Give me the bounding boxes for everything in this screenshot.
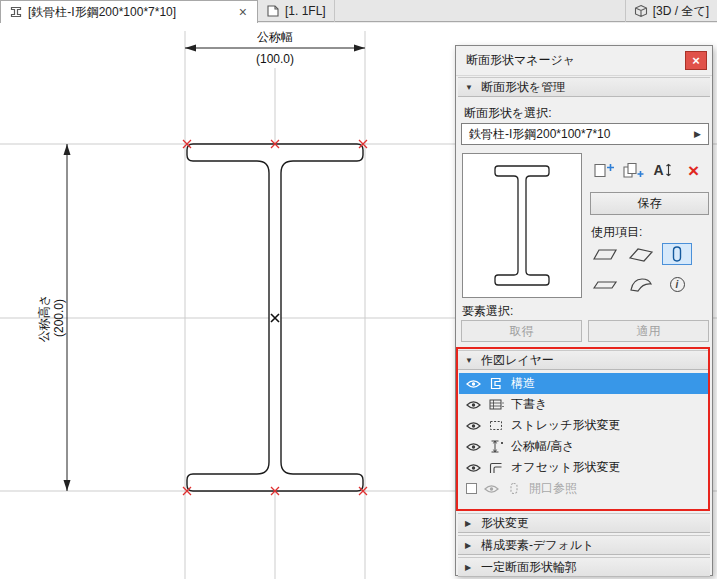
save-button[interactable]: 保存	[590, 192, 709, 215]
layer-row-opening-reference[interactable]: 開口参照	[459, 478, 709, 499]
dropdown-arrow-icon: ▶	[694, 129, 701, 139]
nominal-size-layer-icon	[488, 440, 504, 453]
width-dimension	[185, 45, 365, 52]
layer-label: 下書き	[511, 396, 547, 413]
tab-bar: [鉄骨柱-I形鋼200*100*7*10] × [1. 1FL] [3D / 全…	[0, 0, 717, 22]
used-items-label: 使用項目:	[591, 224, 642, 241]
tab-label: [1. 1FL]	[285, 4, 326, 18]
use-with-column-button[interactable]	[662, 243, 692, 265]
wall-icon	[592, 246, 618, 262]
height-dim-value: (200.0)	[52, 299, 66, 337]
new-profile-icon	[592, 161, 615, 180]
section-header-modifiers[interactable]: ▶ 形状変更	[458, 513, 710, 533]
profile-select-dropdown[interactable]: 鉄骨柱-I形鋼200*100*7*10 ▶	[461, 123, 709, 145]
selected-profile-name: 鉄骨柱-I形鋼200*100*7*10	[469, 126, 610, 143]
layer-label: 開口参照	[529, 480, 577, 497]
use-with-wall-button[interactable]	[590, 243, 620, 265]
apply-button-label: 適用	[637, 323, 661, 340]
layer-label: 構造	[511, 375, 535, 392]
layer-row-draft[interactable]: 下書き	[459, 394, 709, 415]
tab-label: [鉄骨柱-I形鋼200*100*7*10]	[28, 4, 176, 21]
palette-titlebar[interactable]: 断面形状マネージャ ×	[456, 46, 712, 76]
visibility-eye-icon[interactable]	[466, 421, 481, 431]
get-from-selection-button[interactable]: 取得	[461, 320, 582, 342]
save-button-label: 保存	[638, 195, 662, 212]
apply-to-selection-button[interactable]: 適用	[588, 320, 709, 342]
expand-triangle-icon: ▶	[465, 519, 475, 528]
tab-close-icon[interactable]: ×	[237, 5, 249, 19]
roof-icon	[628, 246, 654, 262]
use-with-roof-button[interactable]	[626, 243, 656, 265]
section-label: 一定断面形状輪郭	[481, 559, 577, 576]
section-header-drawing-layers[interactable]: ▼ 作図レイヤー	[458, 350, 710, 370]
section-header-manage[interactable]: ▼ 断面形状を管理	[458, 77, 710, 97]
get-button-label: 取得	[510, 323, 534, 340]
structure-layer-icon	[488, 377, 504, 390]
element-selection-label: 要素選択:	[462, 303, 513, 320]
section-label: 作図レイヤー	[481, 352, 554, 369]
profile-preview	[462, 153, 582, 298]
application-window: [鉄骨柱-I形鋼200*100*7*10] × [1. 1FL] [3D / 全…	[0, 0, 717, 579]
drawing-layer-list: 構造 下書き ストレッチ形状変更	[459, 373, 709, 499]
tab-profile-editor[interactable]: [鉄骨柱-I形鋼200*100*7*10] ×	[0, 0, 258, 23]
stretch-modifier-layer-icon	[488, 419, 504, 432]
width-dim-value: (100.0)	[256, 52, 294, 66]
layer-label: ストレッチ形状変更	[511, 417, 620, 434]
tab-label: [3D / 全て]	[653, 3, 709, 20]
section-header-uniform-profile-outline[interactable]: ▶ 一定断面形状輪郭	[458, 557, 710, 577]
profile-manager-palette: 断面形状マネージャ × ▼ 断面形状を管理 断面形状を選択: 鉄骨柱-I形鋼20…	[455, 45, 713, 576]
visibility-eye-icon[interactable]	[466, 379, 481, 389]
i-beam-icon	[9, 5, 23, 19]
draft-layer-icon	[488, 398, 504, 411]
info-icon: i	[670, 277, 685, 292]
expand-triangle-icon: ▶	[465, 541, 475, 550]
opening-reference-layer-icon	[506, 482, 522, 495]
layer-row-offset-modifier[interactable]: オフセット形状変更	[459, 457, 709, 478]
text-cursor-icon	[665, 163, 672, 177]
height-dim-label: 公称高さ	[37, 294, 51, 342]
duplicate-profile-button[interactable]	[619, 158, 646, 182]
layer-row-nominal-width-height[interactable]: 公称幅/高さ	[459, 436, 709, 457]
layer-row-stretch-modifier[interactable]: ストレッチ形状変更	[459, 415, 709, 436]
use-with-shell-button[interactable]	[626, 273, 656, 295]
offset-modifier-layer-icon	[488, 461, 504, 474]
rename-profile-button[interactable]: A	[649, 158, 676, 182]
collapse-triangle-icon: ▼	[465, 83, 475, 92]
visibility-eye-icon[interactable]	[484, 484, 499, 494]
visibility-eye-icon[interactable]	[466, 442, 481, 452]
visibility-eye-icon[interactable]	[466, 463, 481, 473]
use-with-beam-button[interactable]	[590, 273, 620, 295]
section-header-components-default[interactable]: ▶ 構成要素-デフォルト	[458, 535, 710, 555]
shell-icon	[628, 275, 654, 293]
layer-row-structure[interactable]: 構造	[459, 373, 709, 394]
visibility-eye-icon[interactable]	[466, 400, 481, 410]
section-label: 形状変更	[481, 515, 529, 532]
floor-plan-icon	[266, 4, 280, 18]
width-dim-label: 公称幅	[257, 30, 293, 44]
delete-profile-button[interactable]: ×	[680, 158, 707, 182]
rename-icon: A	[653, 163, 663, 177]
palette-title: 断面形状マネージャ	[466, 52, 575, 69]
expand-triangle-icon: ▶	[465, 563, 475, 572]
section-label: 断面形状を管理	[481, 79, 565, 96]
collapse-triangle-icon: ▼	[465, 356, 475, 365]
delete-icon: ×	[688, 161, 699, 180]
profile-preview-image	[463, 154, 581, 297]
3d-box-icon	[634, 4, 648, 18]
palette-close-button[interactable]: ×	[685, 51, 707, 70]
availability-info-button[interactable]: i	[662, 273, 692, 295]
duplicate-profile-icon	[621, 161, 644, 180]
select-profile-label: 断面形状を選択:	[464, 105, 552, 122]
column-icon	[664, 245, 690, 263]
layer-label: 公称幅/高さ	[511, 438, 575, 455]
layer-label: オフセット形状変更	[511, 459, 620, 476]
tab-floor-plan[interactable]: [1. 1FL]	[258, 0, 335, 22]
new-profile-button[interactable]	[590, 158, 617, 182]
section-label: 構成要素-デフォルト	[481, 537, 594, 554]
layer-checkbox[interactable]	[466, 483, 477, 494]
tab-3d-view[interactable]: [3D / 全て]	[625, 0, 717, 22]
beam-icon	[592, 276, 618, 292]
